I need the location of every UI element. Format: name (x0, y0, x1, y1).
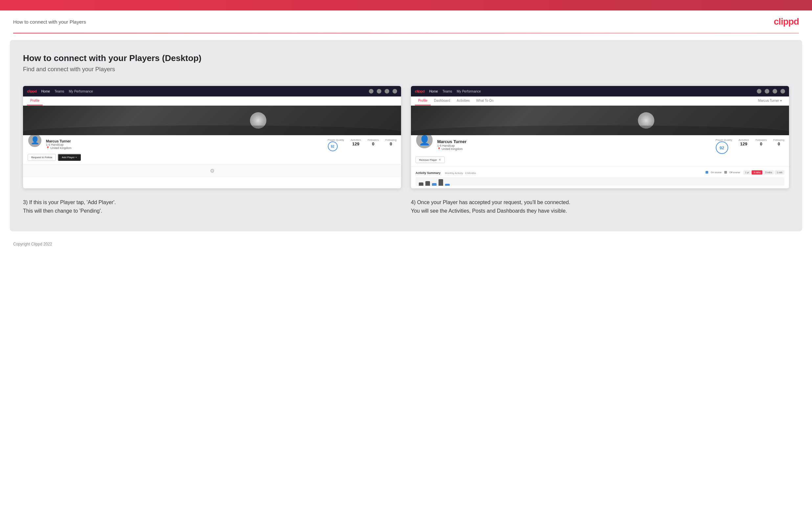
footer-copyright: Copyright Clippd 2022 (13, 242, 52, 246)
top-bar (0, 0, 812, 10)
offcourse-legend-dot (724, 171, 727, 174)
stat-activities-right: Activities 129 (739, 138, 749, 146)
avatar-person-icon-right: 👤 (419, 135, 430, 146)
activity-subtitle: Monthly Activity · 6 Months (445, 172, 476, 175)
hero-image-left (23, 106, 401, 135)
app-nav-left: clippd Home Teams My Performance (23, 86, 401, 97)
avatar-icon-right[interactable] (780, 89, 785, 94)
oncourse-legend-dot (706, 171, 708, 174)
profile-buttons-left: Request to Follow Add Player + (28, 154, 397, 161)
quality-label-left: Player Quality 92 (328, 138, 344, 151)
quality-circle-left: 92 (328, 142, 338, 151)
screenshot-bottom-left: ⚙ (23, 164, 401, 177)
time-btn-1yr[interactable]: 1 yr (743, 170, 751, 175)
header-divider (13, 33, 799, 34)
time-buttons: 1 yr 6 mths 3 mths 1 mth (743, 170, 784, 175)
hero-image-right (411, 106, 789, 135)
nav-link-myperformance-left[interactable]: My Performance (69, 90, 93, 93)
clippd-logo: clippd (774, 16, 799, 27)
tab-whaton-right[interactable]: What To On (473, 97, 497, 105)
activity-title-group: Activity Summary Monthly Activity · 6 Mo… (415, 169, 476, 175)
profile-info-right: Marcus Turner 1-5 Handicap 📍 United King… (437, 138, 709, 151)
tab-bar-right: Profile Dashboard Activities What To On … (411, 97, 789, 106)
activity-legend: On course Off course (706, 171, 740, 174)
remove-player-label: Remove Player (419, 159, 437, 161)
quality-circle-right: 92 (716, 142, 728, 154)
quality-section-left: Player Quality 92 (328, 138, 344, 151)
tab-profile-right[interactable]: Profile (415, 97, 430, 105)
stat-following-right: Following 0 (773, 138, 784, 146)
tab-dashboard-right[interactable]: Dashboard (430, 97, 453, 105)
nav-link-myperformance-right[interactable]: My Performance (457, 90, 481, 93)
remove-player-button[interactable]: Remove Player ✕ (415, 157, 445, 163)
profile-info-left: Marcus Turner 1-5 Handicap 📍 United King… (46, 138, 321, 150)
time-btn-6mths[interactable]: 6 mths (752, 170, 762, 175)
profile-stats-left: Activities 129 Followers 0 Following 0 (351, 138, 397, 146)
player-name-right: Marcus Turner (437, 139, 709, 144)
activity-header: Activity Summary Monthly Activity · 6 Mo… (415, 169, 784, 175)
page-title: How to connect with your Players (Deskto… (23, 53, 789, 63)
screenshots-row: clippd Home Teams My Performance Profile (23, 86, 789, 188)
user-icon-left[interactable] (377, 89, 382, 94)
main-content: How to connect with your Players (Deskto… (10, 40, 802, 231)
request-follow-button[interactable]: Request to Follow (28, 154, 56, 161)
activity-summary: Activity Summary Monthly Activity · 6 Mo… (411, 166, 789, 188)
stat-followers-left: Followers 0 (367, 138, 379, 146)
activity-title: Activity Summary (415, 171, 441, 175)
search-icon-right[interactable] (757, 89, 761, 94)
time-btn-1mth[interactable]: 1 mth (774, 170, 784, 175)
add-player-button[interactable]: Add Player + (58, 154, 81, 161)
profile-buttons-right: Remove Player ✕ (415, 157, 784, 163)
tab-activities-right[interactable]: Activities (453, 97, 473, 105)
activity-chart (415, 177, 784, 186)
nav-link-home-right[interactable]: Home (429, 90, 438, 93)
nav-link-teams-left[interactable]: Teams (55, 90, 64, 93)
player-handicap-left: 1-5 Handicap (46, 143, 321, 146)
nav-link-home-left[interactable]: Home (41, 90, 50, 93)
chart-bar-4 (439, 179, 443, 186)
quality-label-right: Player Quality 92 (716, 138, 732, 154)
app-nav-right: clippd Home Teams My Performance (411, 86, 789, 97)
caption-right: 4) Once your Player has accepted your re… (411, 198, 789, 215)
profile-top-left: 👤 Marcus Turner 1-5 Handicap 📍 United Ki… (28, 138, 397, 151)
profile-section-right: 👤 Marcus Turner 1-5 Handicap 📍 United Ki… (411, 135, 789, 166)
time-btn-3mths[interactable]: 3 mths (763, 170, 774, 175)
player-location-right: 📍 United Kingdom (437, 147, 709, 151)
stat-activities-left: Activities 129 (351, 138, 361, 146)
avatar-person-icon-left: 👤 (31, 136, 39, 145)
profile-top-right: 👤 Marcus Turner 1-5 Handicap 📍 United Ki… (415, 138, 784, 154)
nav-logo-right: clippd (415, 89, 424, 93)
header: How to connect with your Players clippd (0, 10, 812, 33)
captions-row: 3) If this is your Player tap, 'Add Play… (23, 198, 789, 215)
caption-left-text: 3) If this is your Player tap, 'Add Play… (23, 200, 116, 214)
chart-bar-1 (419, 182, 423, 186)
activity-controls: On course Off course 1 yr 6 mths 3 mths … (706, 170, 784, 175)
tab-profile-left[interactable]: Profile (27, 97, 43, 105)
nav-icons-left (369, 89, 397, 94)
decorative-icon-left: ⚙ (210, 168, 214, 174)
quality-section-right: Player Quality 92 (716, 138, 732, 154)
nav-link-teams-right[interactable]: Teams (443, 90, 452, 93)
chart-bar-2 (425, 181, 430, 186)
settings-icon-left[interactable] (385, 89, 389, 94)
profile-section-left: 👤 Marcus Turner 1-5 Handicap 📍 United Ki… (23, 135, 401, 164)
user-dropdown-right[interactable]: Marcus Turner ▾ (755, 97, 785, 105)
player-handicap-right: 1-5 Handicap (437, 144, 709, 147)
avatar-icon-left[interactable] (393, 89, 397, 94)
caption-right-text: 4) Once your Player has accepted your re… (411, 200, 570, 214)
player-location-left: 📍 United Kingdom (46, 146, 321, 150)
nav-icons-right (757, 89, 785, 94)
oncourse-label: On course (711, 171, 721, 174)
avatar-left: 👤 (28, 133, 42, 148)
header-title: How to connect with your Players (13, 19, 86, 24)
offcourse-label: Off course (729, 171, 740, 174)
remove-player-x-icon: ✕ (439, 158, 441, 161)
user-icon-right[interactable] (765, 89, 769, 94)
settings-icon-right[interactable] (773, 89, 777, 94)
player-name-left: Marcus Turner (46, 139, 321, 143)
tab-bar-left: Profile (23, 97, 401, 106)
profile-stats-right: Activities 129 Followers 0 Following 0 (739, 138, 784, 146)
search-icon-left[interactable] (369, 89, 373, 94)
caption-left: 3) If this is your Player tap, 'Add Play… (23, 198, 401, 215)
stat-following-left: Following 0 (385, 138, 397, 146)
